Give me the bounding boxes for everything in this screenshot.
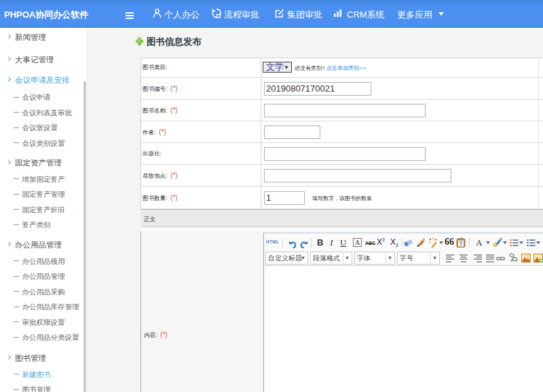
svg-text:T: T: [459, 241, 462, 247]
